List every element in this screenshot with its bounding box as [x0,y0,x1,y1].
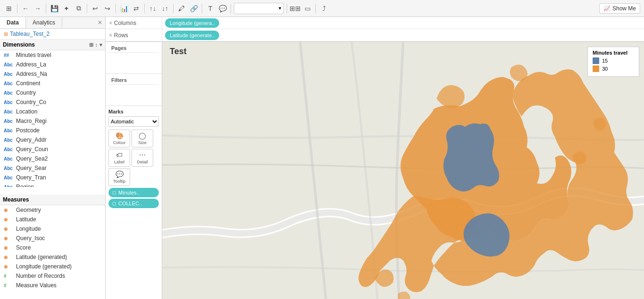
marks-panel: Marks Automatic 🎨 Colour ◯ Size [106,106,162,212]
size-btn[interactable]: ◯ Size [132,129,153,147]
dimensions-header: Dimensions ⊞ ↕ ▾ [0,40,105,50]
dimension-item[interactable]: AbcQuery_Tran [0,173,105,182]
marks-pill-collect[interactable]: ⬡ COLLEC.. [108,199,159,208]
pages-drop-zone[interactable] [108,53,159,72]
sep5 [144,4,145,13]
dimension-name: Continent [16,80,40,87]
dimension-item[interactable]: AbcLocation [0,107,105,116]
redo-icon[interactable]: ↪ [102,3,113,14]
dimensions-grid-icon[interactable]: ⊞ [89,42,93,48]
dimension-item[interactable]: AbcPostcode [0,126,105,135]
measure-item[interactable]: ⊕Longitude (generated) [0,262,105,271]
measure-item[interactable]: ⊕Latitude [0,215,105,224]
fit-icon[interactable]: ▭ [302,3,313,14]
data-tab[interactable]: Data [0,17,26,28]
dimension-item[interactable]: AbcMacro_Regi [0,116,105,126]
dimension-item[interactable]: AbcQuery_Addr [0,135,105,145]
fix-axes-icon[interactable]: ⊞⊞ [290,3,300,14]
grid-icon[interactable]: ⊞ [4,3,14,14]
dimension-item[interactable]: AbcQuery_Sear [0,163,105,173]
colour-icon: 🎨 [116,132,124,139]
marks-buttons: 🎨 Colour ◯ Size 🏷 Label ⋯ [108,129,159,186]
measure-item[interactable]: ⊕Score [0,243,105,252]
measure-item[interactable]: ⊕Longitude [0,224,105,234]
rows-icon: ≡ [109,32,112,38]
add-icon[interactable]: ✦ [61,3,72,14]
label-icon[interactable]: T [205,3,215,14]
sort-asc-icon[interactable]: ↑↓ [148,3,158,14]
dimension-item[interactable]: AbcAddress_La [0,60,105,69]
new-data-icon[interactable]: 📊 [119,3,129,14]
sep2 [46,4,46,13]
measure-name: Score [16,244,31,251]
label-label: Label [114,160,124,164]
save-icon[interactable]: 💾 [49,3,59,14]
canvas-area: Test [162,42,644,299]
measure-item[interactable]: ⊕Latitude (generated) [0,252,105,262]
view-dropdown[interactable]: ▾ [234,3,284,14]
columns-pills[interactable]: Longitude (genera.. [162,17,644,29]
latitude-pill[interactable]: Latitude (generate.. [165,31,219,40]
panel-tab-close[interactable]: ✕ [95,17,105,28]
measure-item[interactable]: ⊕Query_Isoc [0,234,105,243]
legend-label-30: 30 [602,66,608,72]
dimension-item[interactable]: AbcRegion [0,182,105,187]
dimension-item[interactable]: ##Minutes travel [0,50,105,60]
detail-btn[interactable]: ⋯ Detail [132,149,153,167]
columns-icon: ≡ [109,20,112,25]
measure-item[interactable]: #Number of Records [0,271,105,281]
measure-item[interactable]: #Measure Values [0,281,105,290]
pill2-icon: ⬡ [112,201,116,206]
show-me-button[interactable]: 📈 Show Me [599,3,640,14]
forward-icon[interactable]: → [33,3,43,14]
pill2-label: COLLEC.. [118,201,142,206]
group-icon[interactable]: 🔗 [189,3,199,14]
dimension-item[interactable]: AbcQuery_Coun [0,145,105,154]
dimension-name: Country [16,89,36,96]
colour-label: Colour [113,140,126,145]
measure-name: Query_Isoc [16,235,45,242]
marks-pill-minutes[interactable]: ⬡ Minutes.. [108,188,159,197]
filters-drop-zone[interactable] [108,85,159,104]
right-content: ≡ Columns Longitude (genera.. ≡ Rows Lat… [106,17,644,299]
legend: Minutes travel 15 30 [587,47,639,77]
longitude-pill-label: Longitude (genera.. [170,20,215,26]
pill1-label: Minutes.. [118,190,140,195]
dimension-item[interactable]: AbcContinent [0,79,105,88]
dimension-item[interactable]: AbcQuery_Sea2 [0,154,105,163]
dimension-name: Query_Tran [16,174,46,181]
marks-title: Marks [108,109,159,114]
dimensions-sort-icon[interactable]: ↕ [95,42,98,48]
toolbar: ⊞ ← → 💾 ✦ ⧉ ↩ ↪ 📊 ⇄ ↑↓ ↓↑ 🖍 🔗 T 💬 ▾ ⊞⊞ ▭… [0,0,644,17]
analytics-tab[interactable]: Analytics [26,17,62,28]
datasource-name[interactable]: Tableau_Test_2 [10,31,50,37]
legend-item-15: 15 [593,57,634,64]
rows-pills[interactable]: Latitude (generate.. [162,30,644,41]
measure-name: Geometry [16,207,41,213]
sort-desc-icon[interactable]: ↓↑ [160,3,170,14]
dimensions-add-icon[interactable]: ▾ [99,42,102,48]
dimension-item[interactable]: AbcCountry [0,88,105,97]
longitude-pill[interactable]: Longitude (genera.. [165,18,219,28]
colour-btn[interactable]: 🎨 Colour [108,129,130,147]
label-btn[interactable]: 🏷 Label [108,149,130,167]
tooltip-btn[interactable]: 💬 Tooltip [108,168,130,186]
measure-name: Number of Records [16,273,65,279]
left-shelves-col: Pages Filters Marks Automatic 🎨 [106,42,162,299]
dimension-item[interactable]: AbcCountry_Co [0,97,105,107]
label-icon: 🏷 [116,151,123,159]
undo-icon[interactable]: ↩ [90,3,100,14]
marks-type-dropdown[interactable]: Automatic [108,116,159,127]
measure-item[interactable]: ⊕Geometry [0,205,105,215]
measures-label: Measures [3,196,29,203]
swap-icon[interactable]: ⇄ [131,3,141,14]
dimension-name: Macro_Regi [16,118,47,124]
duplicate-icon[interactable]: ⧉ [74,3,84,14]
dimensions-label: Dimensions [3,41,35,48]
share-icon[interactable]: ⤴ [319,3,329,14]
tooltip-icon[interactable]: 💬 [217,3,228,14]
dimension-item[interactable]: AbcAddress_Na [0,69,105,79]
back-icon[interactable]: ← [20,3,31,14]
datasource-row: ⊞ Tableau_Test_2 [0,29,105,40]
highlight-icon[interactable]: 🖍 [176,3,187,14]
